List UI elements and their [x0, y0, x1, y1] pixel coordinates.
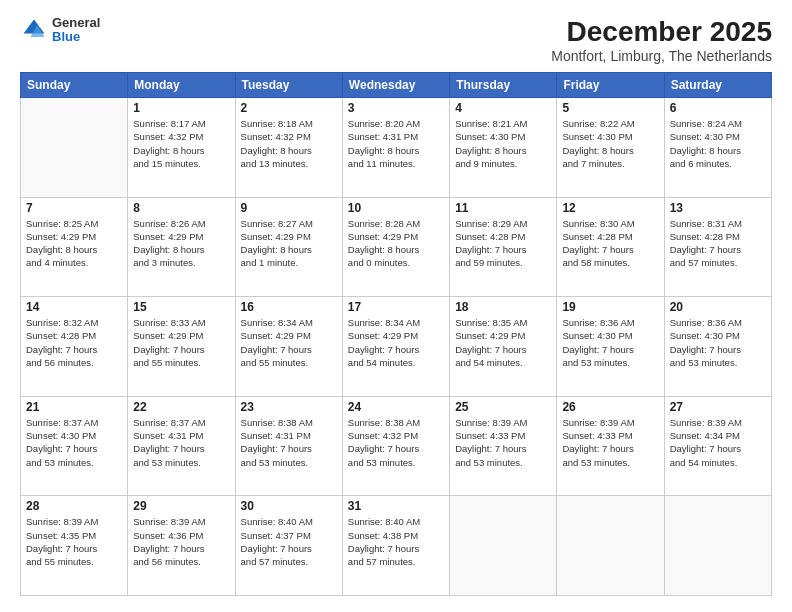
cell-w4-d4: [450, 496, 557, 596]
col-saturday: Saturday: [664, 73, 771, 98]
cell-w2-d5: 19Sunrise: 8:36 AM Sunset: 4:30 PM Dayli…: [557, 297, 664, 397]
day-info-21: Sunrise: 8:37 AM Sunset: 4:30 PM Dayligh…: [26, 416, 122, 469]
cell-w1-d1: 8Sunrise: 8:26 AM Sunset: 4:29 PM Daylig…: [128, 197, 235, 297]
day-info-12: Sunrise: 8:30 AM Sunset: 4:28 PM Dayligh…: [562, 217, 658, 270]
cell-w3-d5: 26Sunrise: 8:39 AM Sunset: 4:33 PM Dayli…: [557, 396, 664, 496]
day-number-31: 31: [348, 499, 444, 513]
day-number-2: 2: [241, 101, 337, 115]
day-number-23: 23: [241, 400, 337, 414]
day-info-5: Sunrise: 8:22 AM Sunset: 4:30 PM Dayligh…: [562, 117, 658, 170]
col-monday: Monday: [128, 73, 235, 98]
cell-w2-d1: 15Sunrise: 8:33 AM Sunset: 4:29 PM Dayli…: [128, 297, 235, 397]
day-number-27: 27: [670, 400, 766, 414]
day-number-8: 8: [133, 201, 229, 215]
day-info-14: Sunrise: 8:32 AM Sunset: 4:28 PM Dayligh…: [26, 316, 122, 369]
cell-w1-d0: 7Sunrise: 8:25 AM Sunset: 4:29 PM Daylig…: [21, 197, 128, 297]
subtitle: Montfort, Limburg, The Netherlands: [551, 48, 772, 64]
day-info-10: Sunrise: 8:28 AM Sunset: 4:29 PM Dayligh…: [348, 217, 444, 270]
week-row-2: 14Sunrise: 8:32 AM Sunset: 4:28 PM Dayli…: [21, 297, 772, 397]
day-number-22: 22: [133, 400, 229, 414]
logo-text: General Blue: [52, 16, 100, 45]
cell-w0-d4: 4Sunrise: 8:21 AM Sunset: 4:30 PM Daylig…: [450, 98, 557, 198]
day-info-11: Sunrise: 8:29 AM Sunset: 4:28 PM Dayligh…: [455, 217, 551, 270]
cell-w3-d2: 23Sunrise: 8:38 AM Sunset: 4:31 PM Dayli…: [235, 396, 342, 496]
cell-w0-d5: 5Sunrise: 8:22 AM Sunset: 4:30 PM Daylig…: [557, 98, 664, 198]
cell-w4-d2: 30Sunrise: 8:40 AM Sunset: 4:37 PM Dayli…: [235, 496, 342, 596]
day-info-8: Sunrise: 8:26 AM Sunset: 4:29 PM Dayligh…: [133, 217, 229, 270]
day-number-3: 3: [348, 101, 444, 115]
day-number-11: 11: [455, 201, 551, 215]
day-info-24: Sunrise: 8:38 AM Sunset: 4:32 PM Dayligh…: [348, 416, 444, 469]
cell-w3-d1: 22Sunrise: 8:37 AM Sunset: 4:31 PM Dayli…: [128, 396, 235, 496]
day-number-19: 19: [562, 300, 658, 314]
cell-w4-d0: 28Sunrise: 8:39 AM Sunset: 4:35 PM Dayli…: [21, 496, 128, 596]
cell-w1-d3: 10Sunrise: 8:28 AM Sunset: 4:29 PM Dayli…: [342, 197, 449, 297]
calendar-table: Sunday Monday Tuesday Wednesday Thursday…: [20, 72, 772, 596]
logo-general: General: [52, 16, 100, 30]
cell-w2-d4: 18Sunrise: 8:35 AM Sunset: 4:29 PM Dayli…: [450, 297, 557, 397]
cell-w1-d2: 9Sunrise: 8:27 AM Sunset: 4:29 PM Daylig…: [235, 197, 342, 297]
week-row-4: 28Sunrise: 8:39 AM Sunset: 4:35 PM Dayli…: [21, 496, 772, 596]
day-info-16: Sunrise: 8:34 AM Sunset: 4:29 PM Dayligh…: [241, 316, 337, 369]
day-info-25: Sunrise: 8:39 AM Sunset: 4:33 PM Dayligh…: [455, 416, 551, 469]
day-number-9: 9: [241, 201, 337, 215]
cell-w0-d1: 1Sunrise: 8:17 AM Sunset: 4:32 PM Daylig…: [128, 98, 235, 198]
cell-w0-d3: 3Sunrise: 8:20 AM Sunset: 4:31 PM Daylig…: [342, 98, 449, 198]
logo: General Blue: [20, 16, 100, 45]
day-info-4: Sunrise: 8:21 AM Sunset: 4:30 PM Dayligh…: [455, 117, 551, 170]
main-title: December 2025: [551, 16, 772, 48]
cell-w3-d4: 25Sunrise: 8:39 AM Sunset: 4:33 PM Dayli…: [450, 396, 557, 496]
col-thursday: Thursday: [450, 73, 557, 98]
col-sunday: Sunday: [21, 73, 128, 98]
day-number-25: 25: [455, 400, 551, 414]
cell-w0-d6: 6Sunrise: 8:24 AM Sunset: 4:30 PM Daylig…: [664, 98, 771, 198]
day-info-13: Sunrise: 8:31 AM Sunset: 4:28 PM Dayligh…: [670, 217, 766, 270]
day-info-6: Sunrise: 8:24 AM Sunset: 4:30 PM Dayligh…: [670, 117, 766, 170]
cell-w3-d0: 21Sunrise: 8:37 AM Sunset: 4:30 PM Dayli…: [21, 396, 128, 496]
day-number-17: 17: [348, 300, 444, 314]
day-number-6: 6: [670, 101, 766, 115]
cell-w4-d5: [557, 496, 664, 596]
title-block: December 2025 Montfort, Limburg, The Net…: [551, 16, 772, 64]
day-number-30: 30: [241, 499, 337, 513]
day-number-15: 15: [133, 300, 229, 314]
day-info-27: Sunrise: 8:39 AM Sunset: 4:34 PM Dayligh…: [670, 416, 766, 469]
cell-w0-d0: [21, 98, 128, 198]
day-number-13: 13: [670, 201, 766, 215]
col-wednesday: Wednesday: [342, 73, 449, 98]
cell-w2-d0: 14Sunrise: 8:32 AM Sunset: 4:28 PM Dayli…: [21, 297, 128, 397]
day-number-7: 7: [26, 201, 122, 215]
cell-w4-d6: [664, 496, 771, 596]
day-info-3: Sunrise: 8:20 AM Sunset: 4:31 PM Dayligh…: [348, 117, 444, 170]
cell-w3-d6: 27Sunrise: 8:39 AM Sunset: 4:34 PM Dayli…: [664, 396, 771, 496]
day-number-1: 1: [133, 101, 229, 115]
day-info-26: Sunrise: 8:39 AM Sunset: 4:33 PM Dayligh…: [562, 416, 658, 469]
day-info-30: Sunrise: 8:40 AM Sunset: 4:37 PM Dayligh…: [241, 515, 337, 568]
day-info-1: Sunrise: 8:17 AM Sunset: 4:32 PM Dayligh…: [133, 117, 229, 170]
cell-w1-d6: 13Sunrise: 8:31 AM Sunset: 4:28 PM Dayli…: [664, 197, 771, 297]
col-friday: Friday: [557, 73, 664, 98]
cell-w2-d6: 20Sunrise: 8:36 AM Sunset: 4:30 PM Dayli…: [664, 297, 771, 397]
week-row-0: 1Sunrise: 8:17 AM Sunset: 4:32 PM Daylig…: [21, 98, 772, 198]
day-number-20: 20: [670, 300, 766, 314]
calendar-header-row: Sunday Monday Tuesday Wednesday Thursday…: [21, 73, 772, 98]
day-info-29: Sunrise: 8:39 AM Sunset: 4:36 PM Dayligh…: [133, 515, 229, 568]
day-number-24: 24: [348, 400, 444, 414]
day-info-2: Sunrise: 8:18 AM Sunset: 4:32 PM Dayligh…: [241, 117, 337, 170]
day-info-23: Sunrise: 8:38 AM Sunset: 4:31 PM Dayligh…: [241, 416, 337, 469]
logo-icon: [20, 16, 48, 44]
cell-w3-d3: 24Sunrise: 8:38 AM Sunset: 4:32 PM Dayli…: [342, 396, 449, 496]
day-info-15: Sunrise: 8:33 AM Sunset: 4:29 PM Dayligh…: [133, 316, 229, 369]
day-info-31: Sunrise: 8:40 AM Sunset: 4:38 PM Dayligh…: [348, 515, 444, 568]
day-number-10: 10: [348, 201, 444, 215]
logo-blue: Blue: [52, 30, 100, 44]
day-number-5: 5: [562, 101, 658, 115]
day-number-12: 12: [562, 201, 658, 215]
cell-w2-d2: 16Sunrise: 8:34 AM Sunset: 4:29 PM Dayli…: [235, 297, 342, 397]
cell-w2-d3: 17Sunrise: 8:34 AM Sunset: 4:29 PM Dayli…: [342, 297, 449, 397]
cell-w4-d1: 29Sunrise: 8:39 AM Sunset: 4:36 PM Dayli…: [128, 496, 235, 596]
day-number-18: 18: [455, 300, 551, 314]
cell-w4-d3: 31Sunrise: 8:40 AM Sunset: 4:38 PM Dayli…: [342, 496, 449, 596]
day-number-29: 29: [133, 499, 229, 513]
day-info-22: Sunrise: 8:37 AM Sunset: 4:31 PM Dayligh…: [133, 416, 229, 469]
